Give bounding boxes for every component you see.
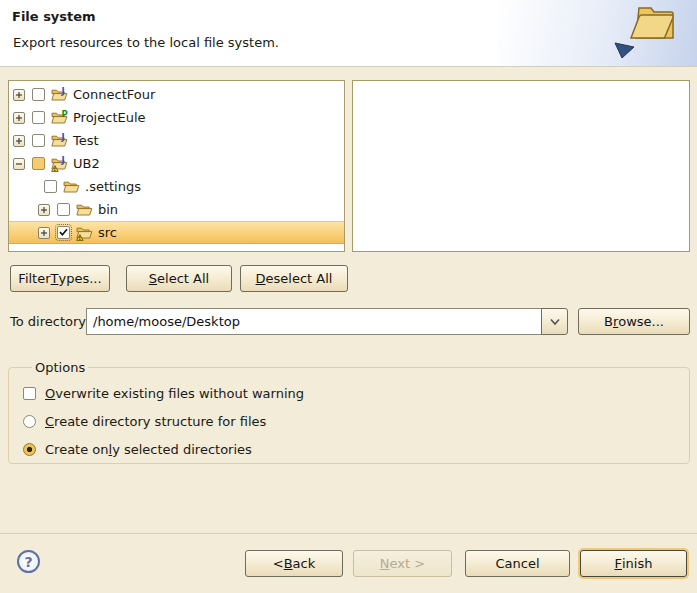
- expand-icon[interactable]: [13, 112, 25, 124]
- destination-input[interactable]: [86, 308, 542, 335]
- svg-text:J: J: [61, 133, 65, 142]
- chevron-down-icon: [549, 318, 561, 326]
- svg-text:J: J: [61, 87, 65, 96]
- resource-tree[interactable]: JConnectFourPProjectEuleJTestJUB2.settin…: [8, 80, 345, 252]
- folder-icon: [63, 179, 80, 195]
- selection-toolbar: Filter Types...Select AllDeselect All: [10, 265, 348, 292]
- tree-item-label: .settings: [85, 179, 141, 194]
- svg-text:J: J: [61, 156, 65, 165]
- option-checkbox-row[interactable]: Overwrite existing files without warning: [23, 379, 689, 407]
- options-list: Overwrite existing files without warning…: [23, 379, 689, 463]
- options-legend: Options: [32, 360, 88, 375]
- project-folder-icon: P: [51, 110, 68, 126]
- footer-separator: [0, 533, 697, 534]
- tree-item[interactable]: JTest: [9, 129, 344, 152]
- tree-item-checkbox[interactable]: [32, 157, 45, 170]
- collapse-icon[interactable]: [13, 158, 25, 170]
- java-project-folder-icon: J: [51, 133, 68, 149]
- option-radio[interactable]: [23, 443, 36, 456]
- deselect-all-button[interactable]: Deselect All: [240, 265, 348, 292]
- export-to-filesystem-icon: [609, 2, 689, 65]
- cancel-button[interactable]: Cancel: [465, 550, 570, 577]
- option-label: Create directory structure for files: [45, 414, 266, 429]
- tree-item-checkbox[interactable]: [32, 111, 45, 124]
- page-subtitle: Export resources to the local file syste…: [13, 35, 279, 50]
- tree-item[interactable]: bin: [9, 198, 344, 221]
- expand-icon[interactable]: [13, 135, 25, 147]
- destination-label: To directory:: [10, 308, 89, 335]
- tree-item-label: bin: [98, 202, 118, 217]
- help-button[interactable]: ?: [17, 550, 40, 573]
- tree-item-checkbox[interactable]: [44, 180, 57, 193]
- option-radio-row[interactable]: Create only selected directories: [23, 435, 689, 463]
- java-project-folder-warning-icon: J: [51, 156, 68, 172]
- tree-item[interactable]: JConnectFour: [9, 83, 344, 106]
- tree-item-label: ConnectFour: [73, 87, 155, 102]
- option-radio-row[interactable]: Create directory structure for files: [23, 407, 689, 435]
- tree-item-checkbox[interactable]: [57, 203, 70, 216]
- tree-item-checkbox[interactable]: [32, 134, 45, 147]
- wizard-banner: File system Export resources to the loca…: [0, 0, 697, 67]
- tree-item[interactable]: src: [9, 221, 344, 244]
- folder-icon: [76, 202, 93, 218]
- tree-item[interactable]: PProjectEule: [9, 106, 344, 129]
- option-checkbox[interactable]: [23, 387, 36, 400]
- java-project-folder-icon: J: [51, 87, 68, 103]
- folder-warning-icon: [76, 225, 93, 241]
- wizard-buttons: < BackNext >CancelFinish: [245, 550, 687, 577]
- expand-icon[interactable]: [38, 227, 50, 239]
- filter-types-button[interactable]: Filter Types...: [10, 265, 110, 292]
- tree-item-label: ProjectEule: [73, 110, 146, 125]
- svg-text:P: P: [62, 110, 68, 119]
- option-label: Overwrite existing files without warning: [45, 386, 304, 401]
- finish-button[interactable]: Finish: [580, 550, 687, 577]
- select-all-button[interactable]: Select All: [126, 265, 232, 292]
- options-group: Options Overwrite existing files without…: [8, 360, 690, 464]
- tree-item-label: Test: [73, 133, 99, 148]
- file-list[interactable]: [352, 80, 690, 252]
- tree-item[interactable]: JUB2: [9, 152, 344, 175]
- tree-item-checkbox[interactable]: [57, 226, 70, 239]
- tree-item-label: UB2: [73, 156, 100, 171]
- option-radio[interactable]: [23, 415, 36, 428]
- back-button[interactable]: < Back: [245, 550, 343, 577]
- destination-dropdown-button[interactable]: [541, 308, 568, 335]
- expand-icon[interactable]: [38, 204, 50, 216]
- tree-item-checkbox[interactable]: [32, 88, 45, 101]
- page-title: File system: [12, 9, 96, 24]
- expand-icon[interactable]: [13, 89, 25, 101]
- option-label: Create only selected directories: [45, 442, 252, 457]
- tree-item[interactable]: .settings: [9, 175, 344, 198]
- browse-button[interactable]: Browse...: [578, 308, 690, 335]
- tree-item-label: src: [98, 225, 117, 240]
- next-button[interactable]: Next >: [353, 550, 452, 577]
